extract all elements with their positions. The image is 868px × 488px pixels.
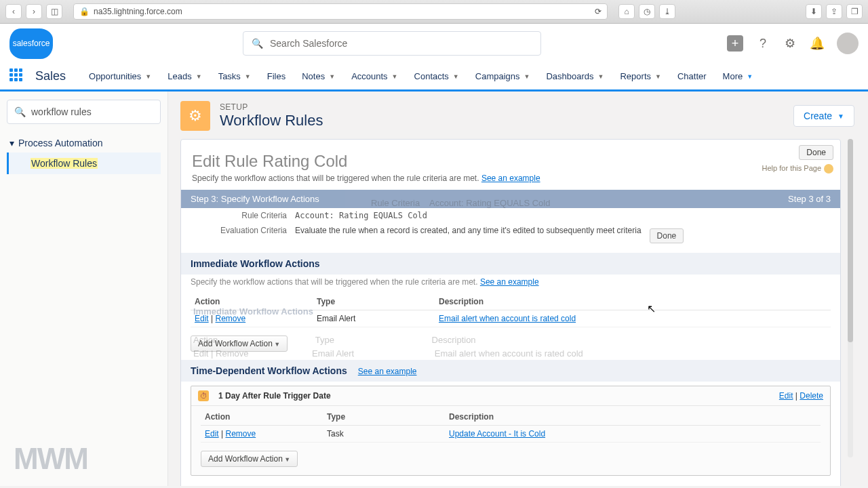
primary-nav: Sales Opportunities▼ Leads▼ Tasks▼ Files…: [0, 63, 868, 92]
trigger-label: 1 Day After Rule Trigger Date: [218, 391, 331, 401]
search-placeholder: Search Salesforce: [270, 38, 347, 49]
share-icon[interactable]: ⇪: [826, 4, 842, 19]
help-icon: [824, 164, 833, 174]
nav-tasks[interactable]: Tasks▼: [212, 66, 258, 87]
action-type: Email Alert: [313, 310, 435, 327]
scrollbar-thumb[interactable]: [848, 139, 853, 342]
nav-notes[interactable]: Notes▼: [295, 66, 342, 87]
setup-gear-icon[interactable]: ⚙: [783, 36, 797, 51]
nav-chatter[interactable]: Chatter: [671, 66, 713, 87]
remove-link[interactable]: Remove: [225, 429, 256, 439]
nav-leads[interactable]: Leads▼: [161, 66, 208, 87]
browser-chrome: ‹ › ◫ 🔒 na35.lightning.force.com ⟳ ⌂ ◷ ⤓…: [0, 0, 868, 24]
add-workflow-action-button[interactable]: Add Workflow Action: [191, 336, 288, 352]
main-content: ⚙ SETUP Workflow Rules Create▼ Done Help…: [168, 92, 868, 486]
remove-link[interactable]: Remove: [215, 314, 245, 323]
edit-link[interactable]: Edit: [195, 314, 209, 323]
rule-editor-panel: Done Help for this Page Edit Rule Rating…: [180, 139, 841, 486]
browser-url-text: na35.lightning.force.com: [94, 7, 182, 16]
sidebar-search-value: workflow rules: [31, 106, 92, 117]
help-icon[interactable]: ?: [755, 36, 770, 51]
see-example-link[interactable]: See an example: [481, 174, 540, 183]
reload-icon[interactable]: ⟳: [595, 7, 601, 16]
see-example-link[interactable]: See an example: [480, 277, 539, 287]
col-action: Action: [201, 409, 323, 426]
chevron-down-icon: ▾: [9, 138, 14, 148]
nav-accounts[interactable]: Accounts▼: [344, 66, 404, 87]
app-name: Sales: [35, 69, 66, 83]
nav-opportunities[interactable]: Opportunities▼: [82, 66, 158, 87]
rule-title: Edit Rule Rating Cold: [181, 140, 840, 174]
salesforce-header: salesforce 🔍 Search Salesforce + ? ⚙ 🔔: [0, 24, 868, 63]
rule-criteria-value: Account: Rating EQUALS Cold: [295, 211, 427, 220]
col-type: Type: [323, 409, 445, 426]
global-add-button[interactable]: +: [727, 35, 743, 52]
browser-sidebar-button[interactable]: ◫: [46, 4, 62, 19]
nav-campaigns[interactable]: Campaigns▼: [469, 66, 537, 87]
nav-dashboards[interactable]: Dashboards▼: [539, 66, 610, 87]
done-button-top[interactable]: Done: [799, 145, 833, 160]
tabs-icon[interactable]: ❐: [846, 4, 863, 19]
notifications-bell-icon[interactable]: 🔔: [810, 36, 825, 51]
global-search[interactable]: 🔍 Search Salesforce: [243, 31, 541, 56]
edit-link[interactable]: Edit: [205, 429, 219, 439]
app-launcher-icon[interactable]: [9, 68, 26, 85]
table-row: Edit | Remove Task Update Account - It i…: [201, 426, 821, 443]
rule-criteria-label: Rule Criteria: [192, 211, 287, 220]
history-icon[interactable]: ◷: [639, 4, 655, 19]
col-description: Description: [435, 293, 831, 310]
time-trigger-actions-table: Action Type Description Edit | Remove Ta…: [201, 409, 821, 443]
immediate-actions-table: Action Type Description Edit | Remove Em…: [191, 293, 831, 327]
browser-forward-button[interactable]: ›: [26, 4, 42, 19]
col-action: Action: [191, 293, 313, 310]
user-avatar[interactable]: [837, 33, 859, 54]
done-button-mid[interactable]: Done: [650, 228, 684, 243]
search-icon: 🔍: [14, 106, 26, 117]
browser-back-button[interactable]: ‹: [5, 4, 22, 19]
nav-more[interactable]: More▼: [716, 66, 760, 87]
page-title: Workflow Rules: [220, 112, 323, 129]
setup-sidebar: 🔍 workflow rules ▾ Process Automation Wo…: [0, 92, 168, 486]
immediate-actions-heading: Immediate Workflow Actions: [181, 253, 840, 274]
action-type: Task: [323, 426, 445, 443]
sidebar-section-process-automation[interactable]: ▾ Process Automation: [7, 134, 161, 152]
immediate-actions-subtitle: Specify the workflow actions that will b…: [181, 274, 840, 293]
evaluation-criteria-label: Evaluation Criteria: [192, 226, 287, 246]
downloads-tray-icon[interactable]: ⤓: [659, 4, 675, 19]
trigger-edit-link[interactable]: Edit: [779, 391, 793, 401]
clock-icon: ⏱: [198, 390, 209, 401]
watermark: MWM: [14, 442, 87, 476]
search-icon: 🔍: [252, 38, 263, 49]
time-trigger-block: ⏱ 1 Day After Rule Trigger Date Edit | D…: [191, 386, 831, 476]
nav-contacts[interactable]: Contacts▼: [408, 66, 466, 87]
step-progress-bar: Step 3: Specify Workflow Actions Step 3 …: [181, 190, 840, 208]
download-icon[interactable]: ⬇: [806, 4, 822, 19]
nav-reports[interactable]: Reports▼: [613, 66, 667, 87]
evaluation-criteria-value: Evaluate the rule when a record is creat…: [295, 226, 642, 246]
time-dependent-heading: Time-Dependent Workflow Actions: [191, 365, 347, 376]
action-description-link[interactable]: Email alert when account is rated cold: [439, 314, 576, 323]
col-description: Description: [445, 409, 821, 426]
salesforce-logo[interactable]: salesforce: [9, 28, 53, 59]
home-icon[interactable]: ⌂: [618, 4, 635, 19]
help-for-page-link[interactable]: Help for this Page: [762, 164, 833, 174]
sidebar-search-input[interactable]: 🔍 workflow rules: [7, 100, 161, 124]
trigger-delete-link[interactable]: Delete: [800, 391, 823, 401]
setup-gear-icon: ⚙: [180, 101, 210, 131]
browser-url-bar[interactable]: 🔒 na35.lightning.force.com ⟳: [73, 3, 608, 20]
page-eyebrow: SETUP: [220, 102, 323, 112]
time-dependent-heading-row: Time-Dependent Workflow Actions See an e…: [181, 360, 840, 382]
create-button[interactable]: Create▼: [793, 105, 854, 127]
add-workflow-action-button[interactable]: Add Workflow Action: [201, 451, 298, 467]
col-type: Type: [313, 293, 435, 310]
sidebar-item-workflow-rules[interactable]: Workflow Rules: [7, 152, 161, 174]
action-description-link[interactable]: Update Account - It is Cold: [449, 429, 545, 439]
page-header: ⚙ SETUP Workflow Rules Create▼: [180, 101, 854, 131]
rule-subtitle: Specify the workflow actions that will b…: [181, 174, 840, 190]
lock-icon: 🔒: [79, 7, 90, 16]
table-row: Edit | Remove Email Alert Email alert wh…: [191, 310, 831, 327]
see-example-link[interactable]: See an example: [358, 367, 417, 376]
nav-files[interactable]: Files: [260, 66, 292, 87]
